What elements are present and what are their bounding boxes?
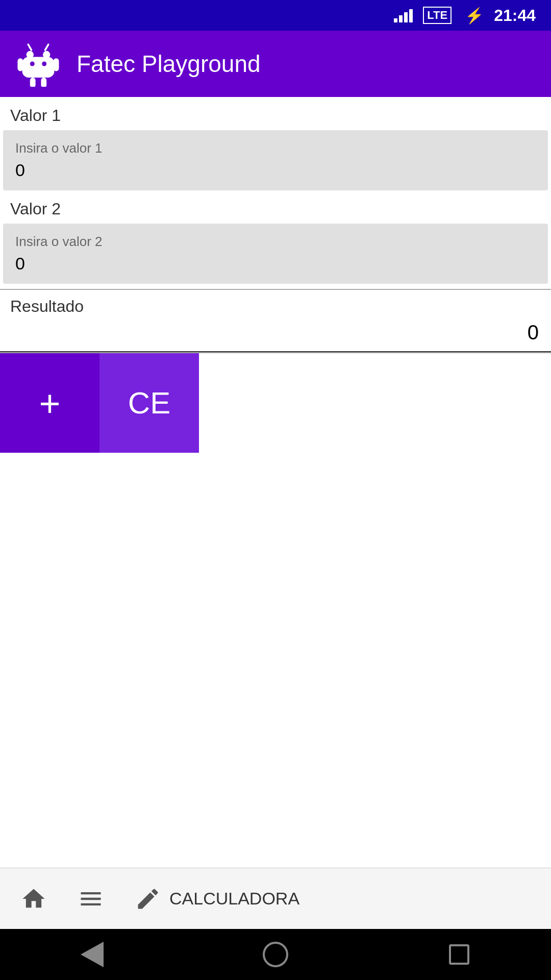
ce-button[interactable]: CE (99, 353, 199, 453)
home-icon (20, 886, 47, 912)
home-button[interactable] (260, 939, 291, 970)
resultado-label: Resultado (0, 290, 551, 316)
recents-button[interactable] (444, 939, 474, 970)
nav-home[interactable] (20, 886, 47, 912)
app-bar: Fatec Playground (0, 31, 551, 97)
battery-icon: ⚡ (465, 7, 484, 24)
menu-icon (78, 886, 104, 912)
status-bar: LTE ⚡ 21:44 (0, 0, 551, 31)
plus-button[interactable]: + (0, 353, 99, 453)
resultado-value: 0 (528, 321, 539, 344)
svg-rect-4 (54, 58, 59, 71)
valor2-placeholder: Insira o valor 2 (15, 234, 536, 250)
svg-point-7 (30, 62, 35, 66)
valor1-value: 0 (15, 160, 536, 180)
back-button[interactable] (77, 939, 107, 970)
svg-rect-6 (41, 78, 46, 87)
resultado-value-row: 0 (0, 316, 551, 352)
nav-menu[interactable] (78, 886, 104, 912)
app-title: Fatec Playground (77, 50, 261, 78)
signal-icon (394, 8, 413, 22)
valor1-placeholder: Insira o valor 1 (15, 140, 536, 156)
calculadora-label: CALCULADORA (169, 889, 299, 909)
android-icon (15, 41, 61, 87)
svg-rect-2 (22, 57, 55, 78)
buttons-area: + CE (0, 353, 551, 453)
svg-line-10 (45, 44, 48, 50)
status-time: 21:44 (494, 6, 536, 25)
nav-calculadora[interactable]: CALCULADORA (135, 886, 299, 912)
main-content: Valor 1 Insira o valor 1 0 Valor 2 Insir… (0, 97, 551, 929)
valor1-label: Valor 1 (0, 97, 551, 130)
valor2-value: 0 (15, 254, 536, 274)
svg-rect-5 (30, 78, 36, 87)
bottom-nav: CALCULADORA (0, 868, 551, 929)
lte-badge: LTE (423, 7, 452, 24)
svg-line-9 (28, 44, 31, 50)
pencil-icon (135, 886, 161, 912)
svg-point-8 (42, 62, 46, 66)
valor1-input[interactable]: Insira o valor 1 0 (3, 130, 548, 190)
valor2-input[interactable]: Insira o valor 2 0 (3, 224, 548, 284)
valor2-label: Valor 2 (0, 190, 551, 224)
svg-rect-3 (18, 58, 23, 71)
resultado-container: Resultado 0 (0, 289, 551, 353)
system-nav-bar (0, 929, 551, 980)
